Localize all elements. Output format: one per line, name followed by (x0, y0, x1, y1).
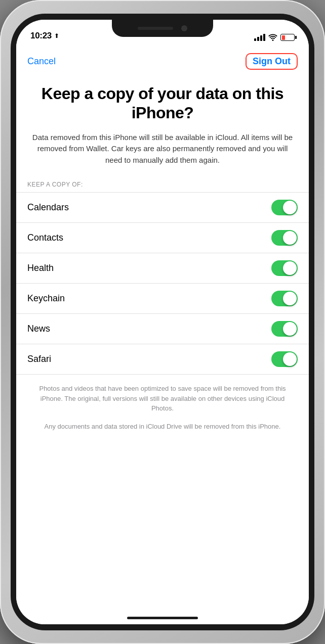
status-time: 10:23 (30, 31, 52, 41)
battery-icon (280, 34, 295, 41)
section-header: KEEP A COPY OF: (16, 176, 309, 192)
page-description: Data removed from this iPhone will still… (16, 123, 309, 176)
toggle-safari[interactable] (271, 351, 298, 367)
toggle-contacts[interactable] (271, 230, 298, 246)
wifi-icon (268, 34, 277, 41)
toggle-news[interactable] (271, 321, 298, 337)
front-camera (181, 25, 187, 31)
item-label-health: Health (27, 263, 54, 273)
list-item: Keychain (16, 284, 309, 314)
toggle-calendars[interactable] (271, 200, 298, 215)
cancel-button[interactable]: Cancel (27, 56, 56, 67)
home-indicator[interactable] (127, 617, 198, 619)
page-title: Keep a copy of your data on this iPhone? (16, 76, 309, 123)
location-arrow-icon: ⬆ (54, 32, 59, 39)
battery-fill (282, 35, 286, 40)
phone-inner: 10:23 ⬆ (11, 14, 314, 630)
list-item: News (16, 314, 309, 344)
signal-icon (254, 34, 265, 41)
notch (112, 20, 213, 37)
status-icons (254, 34, 295, 41)
item-label-keychain: Keychain (27, 293, 65, 304)
screen: 10:23 ⬆ (16, 20, 309, 624)
toggle-keychain[interactable] (271, 291, 298, 306)
item-label-calendars: Calendars (27, 202, 69, 213)
list-item: Calendars (16, 193, 309, 223)
toggle-health[interactable] (271, 260, 298, 276)
footer-note-1: Photos and videos that have been optimiz… (16, 375, 309, 420)
speaker (138, 27, 173, 30)
list-item: Contacts (16, 223, 309, 253)
list-item: Health (16, 253, 309, 284)
sign-out-button[interactable]: Sign Out (246, 53, 298, 70)
list-item: Safari (16, 344, 309, 375)
item-label-news: News (27, 324, 50, 334)
nav-bar: Cancel Sign Out (16, 49, 309, 76)
phone-frame: 10:23 ⬆ (0, 0, 325, 644)
item-label-safari: Safari (27, 354, 51, 364)
footer-note-2: Any documents and data stored in iCloud … (16, 420, 309, 442)
toggle-list: Calendars Contacts Health Keychain (16, 192, 309, 375)
main-content[interactable]: Cancel Sign Out Keep a copy of your data… (16, 45, 309, 624)
item-label-contacts: Contacts (27, 233, 63, 243)
